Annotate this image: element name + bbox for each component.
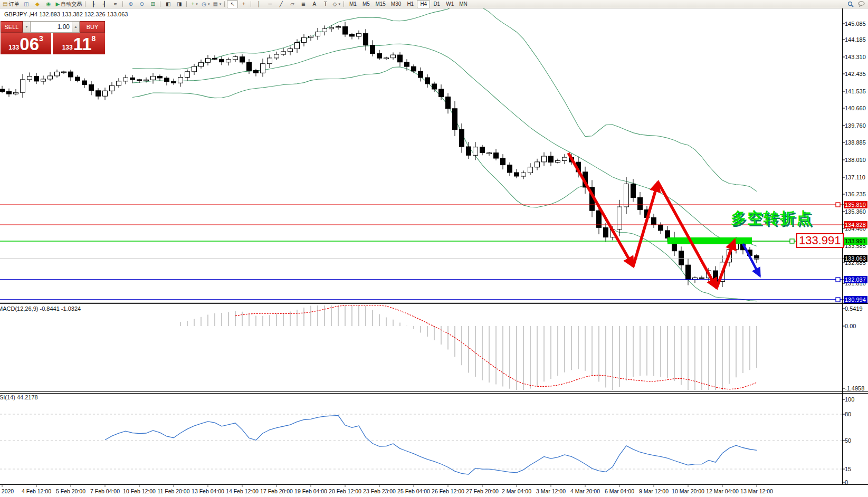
axis-price-label: 142.435	[845, 71, 866, 77]
toolbar-separator	[224, 1, 225, 7]
axis-price-label: 80	[845, 411, 851, 417]
shift-end-button[interactable]: ◨	[174, 0, 185, 8]
fibonacci-button[interactable]: ≣	[298, 0, 309, 8]
time-axis-label: 12 Mar 04:00	[706, 488, 739, 494]
sell-button[interactable]: SELL	[1, 21, 23, 33]
time-axis-label: Feb 2020	[0, 488, 14, 494]
vertical-line-button[interactable]: │	[253, 0, 264, 8]
highlighted-price-label: 130.994	[844, 296, 867, 303]
time-axis-label: 5 Feb 20:00	[56, 488, 85, 494]
axis-price-label: 140.660	[845, 105, 866, 111]
highlighted-price-label: 133.991	[844, 237, 867, 245]
bar-chart-mode-icon[interactable]: ┠	[88, 0, 99, 8]
axis-price-label: -1.4958	[845, 385, 864, 391]
buy-price-sup: 8	[92, 34, 96, 43]
crosshair-button[interactable]: +	[238, 0, 249, 8]
time-axis-label: 19 Feb 04:00	[294, 488, 327, 494]
axis-price-label: 0.00	[845, 323, 856, 329]
time-axis-label: 17 Feb 20:00	[260, 488, 293, 494]
auto-scroll-button[interactable]: ◧	[163, 0, 174, 8]
timeframe-d1-button[interactable]: D1	[430, 0, 443, 8]
axis-price-label: 138.885	[845, 139, 866, 146]
toolbar-separator	[122, 1, 123, 7]
tile-windows-button[interactable]: ⊞	[147, 0, 158, 8]
cursor-button[interactable]: ↖	[227, 0, 238, 8]
zoom-in-button[interactable]: ⊕	[125, 0, 136, 8]
time-axis-label: 4 Feb 12:00	[22, 488, 51, 494]
toolbar-separator	[160, 1, 161, 7]
time-axis-label: 10 Feb 12:00	[123, 488, 156, 494]
time-axis-label: 10 Mar 20:00	[672, 488, 704, 494]
axis-price-label: 143.310	[845, 54, 866, 60]
period-button[interactable]: ◷▾	[200, 0, 211, 8]
axis-price-label: 144.185	[845, 36, 866, 43]
time-axis-label: 9 Mar 12:00	[639, 488, 669, 494]
sell-price-display[interactable]: 133 06 3	[1, 33, 51, 54]
sell-price-prefix: 133	[8, 44, 19, 51]
text-label-button[interactable]: T	[320, 0, 331, 8]
toolbar-separator	[344, 1, 345, 7]
timeframe-h4-button[interactable]: H4	[417, 0, 430, 8]
volume-input[interactable]	[31, 21, 72, 33]
candle-chart-mode-icon[interactable]: ┨	[99, 0, 110, 8]
add-indicator-button[interactable]: +▾	[189, 0, 200, 8]
signals-icon[interactable]: ◉	[43, 0, 54, 8]
shapes-button[interactable]: ◇▾	[331, 0, 342, 8]
bollinger-bands	[132, 2, 757, 301]
profile-icon[interactable]: ◆	[32, 0, 43, 8]
axis-price-label: 100	[845, 396, 854, 403]
trendline-button[interactable]: ╱	[275, 0, 287, 8]
search-icon[interactable]	[845, 0, 856, 8]
time-axis-label: 20 Feb 12:00	[329, 488, 361, 494]
line-chart-mode-icon[interactable]: ≈	[110, 0, 121, 8]
text-button[interactable]: A	[309, 0, 320, 8]
highlighted-price-label: 135.810	[844, 201, 867, 208]
chart-windows-icon[interactable]: ◫	[21, 0, 32, 8]
toolbar: ▤订单◫◆◉▶自动交易┠┨≈⊕⊖⊞◧◨+▾◷▾▦▾↖+│─╱▱≣AT◇▾M1M5…	[0, 0, 868, 8]
timeframe-m5-button[interactable]: M5	[359, 0, 373, 8]
highlighted-price-label: 134.828	[844, 221, 867, 228]
highlighted-price-label: 133.063	[844, 255, 867, 262]
timeframe-h1-button[interactable]: H1	[404, 0, 417, 8]
time-axis-label: 2 Mar 04:00	[502, 488, 531, 494]
buy-price-big: 11	[73, 35, 92, 53]
volume-increase-button[interactable]: ▲	[72, 21, 80, 33]
red-trend-arrow	[717, 240, 735, 288]
channel-button[interactable]: ▱	[287, 0, 298, 8]
horizontal-line-button[interactable]: ─	[264, 0, 275, 8]
zoom-out-button[interactable]: ⊖	[136, 0, 147, 8]
rsi-pane	[105, 416, 757, 475]
axis-price-label: 135.360	[845, 208, 866, 215]
time-axis-label: 6 Mar 04:00	[605, 488, 634, 494]
timeframe-m15-button[interactable]: M15	[373, 0, 388, 8]
time-axis-label: 26 Feb 12:00	[432, 488, 464, 494]
rsi-gridlines	[0, 414, 842, 469]
time-axis-label: 13 Mar 12:00	[740, 488, 773, 494]
volume-decrease-button[interactable]: ▼	[23, 21, 31, 33]
axis-price-label: 141.535	[845, 88, 866, 94]
new-order-button[interactable]: ▤订单	[1, 0, 21, 8]
chat-icon[interactable]	[856, 0, 867, 8]
autotrading-button[interactable]: ▶自动交易	[54, 0, 83, 8]
macd-indicator-label: MACD(12,26,9) -0.8441 -1.0324	[0, 305, 81, 312]
time-axis-label: 7 Feb 04:00	[90, 488, 120, 494]
axis-price-label: 15	[845, 466, 851, 472]
timeframe-mn-button[interactable]: MN	[456, 0, 470, 8]
candlesticks	[0, 22, 759, 288]
axis-price-label: 0	[845, 479, 848, 485]
timeframe-m30-button[interactable]: M30	[388, 0, 404, 8]
axis-price-label: 145.085	[845, 21, 866, 27]
chart-canvas[interactable]	[0, 0, 868, 497]
chinese-annotation-text: 多空转折点	[731, 208, 813, 229]
timeframe-m1-button[interactable]: M1	[346, 0, 359, 8]
sell-price-sup: 3	[39, 34, 43, 43]
sell-price-big: 06	[20, 35, 39, 53]
macd-pane	[180, 305, 757, 390]
buy-button[interactable]: BUY	[80, 21, 105, 33]
template-button[interactable]: ▦▾	[211, 0, 223, 8]
highlighted-price-label: 132.037	[844, 276, 867, 283]
axis-price-label: 136.235	[845, 191, 866, 197]
buy-price-display[interactable]: 133 11 8	[53, 33, 105, 54]
timeframe-w1-button[interactable]: W1	[443, 0, 456, 8]
blue-down-arrow	[743, 244, 760, 276]
